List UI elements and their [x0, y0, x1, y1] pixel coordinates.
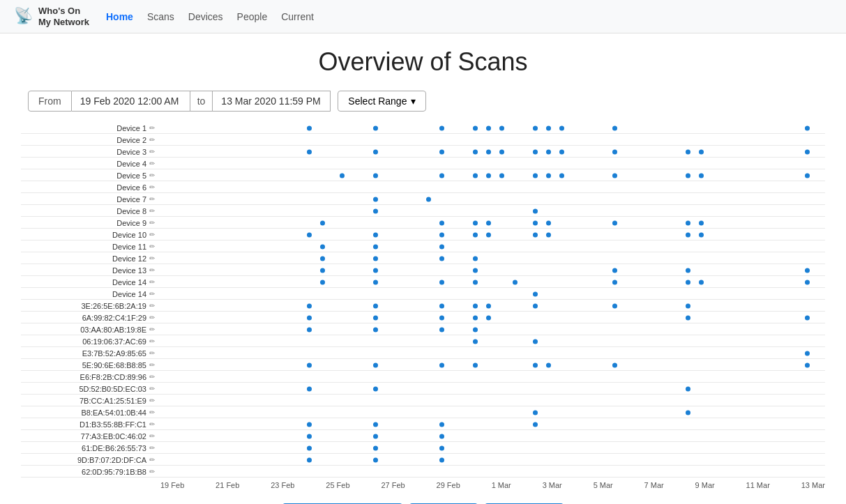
scan-dot — [473, 280, 478, 284]
scan-dot — [439, 434, 444, 438]
scan-dot — [439, 362, 444, 367]
edit-icon[interactable]: ✏ — [149, 349, 155, 357]
edit-icon[interactable]: ✏ — [149, 278, 155, 286]
edit-icon[interactable]: ✏ — [149, 397, 155, 404]
edit-icon[interactable]: ✏ — [149, 408, 155, 416]
scan-dot — [439, 244, 444, 249]
scan-dot — [805, 125, 810, 130]
edit-icon[interactable]: ✏ — [149, 243, 155, 250]
edit-icon[interactable]: ✏ — [149, 432, 155, 440]
edit-icon[interactable]: ✏ — [149, 219, 155, 227]
edit-icon[interactable]: ✏ — [149, 148, 155, 155]
edit-icon[interactable]: ✏ — [149, 254, 155, 262]
x-axis-label: 21 Feb — [216, 481, 239, 489]
edit-icon[interactable]: ✏ — [149, 314, 155, 321]
nav-link-people[interactable]: People — [237, 11, 268, 22]
device-label: 62:0D:95:79:1B:B8✏ — [21, 468, 160, 476]
device-name: 77:A3:EB:0C:46:02 — [81, 432, 146, 441]
nav-link-home[interactable]: Home — [106, 11, 133, 22]
device-timeline — [160, 466, 825, 478]
edit-icon[interactable]: ✏ — [149, 124, 155, 132]
edit-icon[interactable]: ✏ — [149, 195, 155, 203]
edit-icon[interactable]: ✏ — [149, 468, 155, 475]
scan-dot — [373, 149, 378, 154]
device-row: Device 11✏ — [21, 241, 825, 252]
scan-dot — [612, 303, 617, 308]
scan-dot — [473, 232, 478, 237]
device-name: 5D:52:B0:5D:EC:03 — [79, 385, 146, 393]
scan-dot — [340, 173, 345, 178]
scan-dot — [439, 327, 444, 332]
nav-links: HomeScansDevicesPeopleCurrent — [106, 11, 314, 22]
edit-icon[interactable]: ✏ — [149, 361, 155, 369]
scan-dot — [612, 149, 617, 154]
select-range-button[interactable]: Select Range ▾ — [338, 91, 426, 112]
edit-icon[interactable]: ✏ — [149, 337, 155, 345]
edit-icon[interactable]: ✏ — [149, 266, 155, 274]
nav-link-scans[interactable]: Scans — [147, 11, 174, 22]
edit-icon[interactable]: ✏ — [149, 302, 155, 310]
scan-dot — [533, 232, 538, 237]
device-row: D1:B3:55:8B:FF:C1✏ — [21, 419, 825, 430]
scan-dot — [439, 445, 444, 450]
scan-dot — [439, 303, 444, 308]
nav-link-current[interactable]: Current — [281, 11, 314, 22]
to-date[interactable]: 13 Mar 2020 11:59 PM — [212, 91, 331, 112]
edit-icon[interactable]: ✏ — [149, 171, 155, 179]
device-label: Device 2✏ — [21, 136, 160, 144]
scan-dot — [373, 256, 378, 261]
device-timeline — [160, 182, 825, 193]
scan-dot — [686, 280, 690, 284]
device-timeline — [160, 443, 825, 454]
scan-dot — [805, 268, 810, 273]
brand-logo: 📡 Who's On My Network — [14, 6, 89, 27]
edit-icon[interactable]: ✏ — [149, 326, 155, 333]
scan-dot — [439, 422, 444, 427]
device-timeline — [160, 360, 825, 371]
scan-dot — [473, 268, 478, 273]
edit-icon[interactable]: ✏ — [149, 373, 155, 381]
scan-dot — [373, 362, 378, 367]
scan-dot — [439, 256, 444, 261]
chevron-down-icon: ▾ — [411, 96, 416, 107]
device-label: 06:19:06:37:AC:69✏ — [21, 337, 160, 346]
edit-icon[interactable]: ✏ — [149, 160, 155, 167]
device-row: Device 2✏ — [21, 135, 825, 146]
scan-dot — [439, 232, 444, 237]
device-label: B8:EA:54:01:0B:44✏ — [21, 408, 160, 417]
scan-dot — [473, 315, 478, 320]
scan-dot — [473, 220, 478, 225]
edit-icon[interactable]: ✏ — [149, 420, 155, 428]
edit-icon[interactable]: ✏ — [149, 290, 155, 298]
device-row: Device 6✏ — [21, 182, 825, 193]
scan-dot — [439, 149, 444, 154]
edit-icon[interactable]: ✏ — [149, 456, 155, 464]
scan-dot — [439, 280, 444, 284]
edit-icon[interactable]: ✏ — [149, 231, 155, 238]
scan-dot — [473, 149, 478, 154]
scan-dot — [473, 303, 478, 308]
device-row: Device 8✏ — [21, 206, 825, 217]
scan-dot — [373, 268, 378, 273]
device-name: Device 1 — [116, 124, 146, 132]
device-timeline — [160, 241, 825, 252]
scan-dot — [686, 410, 690, 415]
nav-link-devices[interactable]: Devices — [188, 11, 223, 22]
edit-icon[interactable]: ✏ — [149, 385, 155, 392]
scan-dot — [473, 173, 478, 178]
edit-icon[interactable]: ✏ — [149, 136, 155, 144]
device-timeline — [160, 146, 825, 158]
scan-dot — [546, 173, 551, 178]
device-name: Device 14 — [112, 290, 146, 298]
x-axis-label: 5 Mar — [594, 481, 613, 489]
edit-icon[interactable]: ✏ — [149, 444, 155, 452]
device-row: 03:AA:80:AB:19:8E✏ — [21, 324, 825, 335]
from-date[interactable]: 19 Feb 2020 12:00 AM — [72, 91, 190, 112]
scan-dot — [307, 445, 312, 450]
device-name: 03:AA:80:AB:19:8E — [80, 326, 146, 334]
device-label: 5D:52:B0:5D:EC:03✏ — [21, 385, 160, 393]
scan-dot — [686, 232, 690, 237]
x-axis-label: 1 Mar — [492, 481, 511, 489]
edit-icon[interactable]: ✏ — [149, 207, 155, 215]
edit-icon[interactable]: ✏ — [149, 183, 155, 191]
